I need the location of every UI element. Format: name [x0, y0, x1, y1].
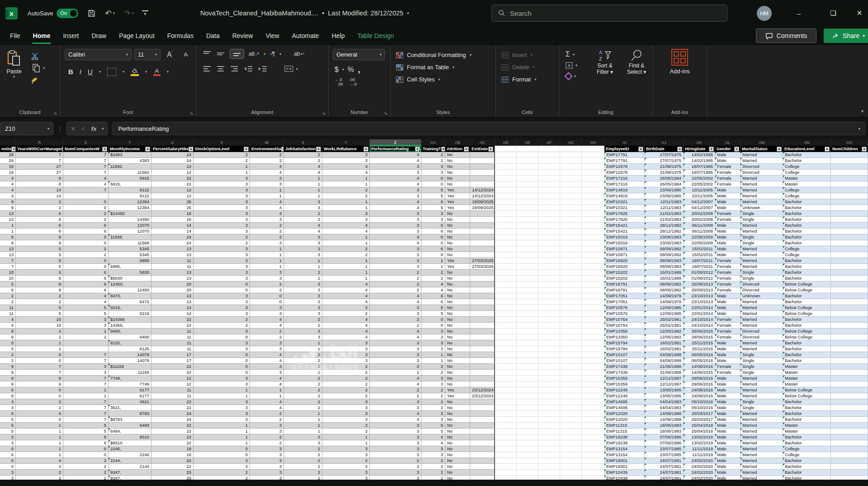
table-header-numchildren[interactable]: NumChildren▾ [831, 146, 868, 152]
cell[interactable] [517, 193, 538, 199]
cell[interactable] [831, 434, 868, 440]
cell[interactable]: 7 [63, 352, 108, 358]
cell[interactable]: No [445, 364, 470, 370]
minimize-button[interactable]: – [788, 0, 809, 26]
cell[interactable]: 2 [193, 234, 250, 240]
cell[interactable] [582, 334, 604, 340]
cell[interactable] [517, 334, 538, 340]
cell[interactable]: 3621 [108, 399, 151, 405]
cell[interactable]: 9400 [108, 334, 151, 340]
cell[interactable]: EMP12020 [604, 417, 645, 423]
cell[interactable] [517, 311, 538, 317]
cell[interactable] [582, 299, 604, 305]
cell[interactable] [470, 252, 495, 258]
cell[interactable]: 2 [193, 476, 250, 480]
cell[interactable]: 24 [151, 158, 193, 164]
cell[interactable] [470, 229, 495, 234]
cell[interactable]: 3 [370, 223, 421, 229]
orientation-chevron-icon[interactable]: ▾ [264, 52, 265, 56]
cell[interactable] [495, 323, 517, 329]
cell[interactable]: 1 [250, 258, 284, 264]
cell[interactable]: Yes [445, 199, 470, 205]
cell[interactable]: 3 [370, 311, 421, 317]
cell[interactable]: 6494 [108, 423, 151, 429]
cell[interactable]: No [445, 323, 470, 329]
cell[interactable]: 2 [421, 387, 445, 393]
cell[interactable]: 3 [193, 346, 250, 352]
formula-bar-expand-icon[interactable]: ▾ [859, 127, 860, 131]
align-left-icon[interactable] [203, 65, 212, 72]
cell[interactable]: 14 [151, 305, 193, 311]
cell[interactable]: 21/06/1988 [645, 370, 684, 376]
cell[interactable]: $8510 [108, 440, 151, 446]
cell[interactable]: 25/04/2018 [684, 423, 715, 429]
cell[interactable]: Male [715, 476, 741, 480]
cell[interactable]: 2 [63, 476, 108, 480]
column-letter-W[interactable]: W [250, 139, 284, 146]
cell[interactable]: 10/11/2005 [684, 187, 715, 193]
cell[interactable]: 12/11/1983 [645, 205, 684, 211]
cell[interactable]: 2 [421, 158, 445, 164]
cell[interactable]: EMP17825 [604, 211, 645, 217]
cell[interactable]: 3 [250, 240, 284, 246]
cell[interactable]: 3 [250, 311, 284, 317]
cell[interactable]: 8 [0, 240, 16, 246]
cell[interactable]: 1 [193, 170, 250, 176]
cell[interactable]: 1 [63, 329, 108, 334]
decrease-indent-icon[interactable] [243, 65, 253, 72]
cell[interactable]: 3 [370, 187, 421, 193]
cell[interactable]: Male [715, 423, 741, 429]
cell[interactable] [538, 470, 560, 476]
cell[interactable] [582, 470, 604, 476]
tab-insert[interactable]: Insert [57, 26, 85, 45]
cell[interactable]: 6177 [108, 393, 151, 399]
cell[interactable]: Female [715, 329, 741, 334]
cell[interactable]: 12394 [108, 205, 151, 211]
cell[interactable] [831, 452, 868, 458]
cell[interactable]: 12 [151, 164, 193, 170]
cell[interactable]: No [445, 317, 470, 323]
cell[interactable]: 11568, [108, 234, 151, 240]
cell[interactable] [538, 229, 560, 234]
cell[interactable]: 3 [0, 440, 16, 446]
cell[interactable]: 18/07/1995 [684, 164, 715, 170]
cell[interactable] [582, 158, 604, 164]
cell[interactable] [582, 434, 604, 440]
cell[interactable]: 3 [284, 281, 322, 287]
cell[interactable] [517, 364, 538, 370]
cell[interactable]: Female [715, 281, 741, 287]
cell[interactable] [538, 311, 560, 317]
cell[interactable] [495, 376, 517, 381]
cell[interactable]: 6 [63, 229, 108, 234]
cell[interactable]: 20 [151, 281, 193, 287]
cell[interactable]: 09/09/1982 [645, 252, 684, 258]
search-input[interactable]: Search [491, 5, 727, 22]
cell[interactable] [495, 417, 517, 423]
cell[interactable] [831, 317, 868, 323]
cell[interactable]: 25 [151, 199, 193, 205]
cell[interactable] [831, 211, 868, 217]
cell[interactable] [495, 464, 517, 470]
increase-font-button[interactable]: Aˆ [163, 51, 177, 59]
table-header-notio[interactable]: notio▾ [0, 146, 16, 152]
cell[interactable]: 9 [0, 381, 16, 387]
cell[interactable]: Single [741, 364, 783, 370]
cell[interactable]: 1 [284, 264, 322, 270]
cell[interactable]: Married [741, 152, 783, 158]
cell[interactable]: No [445, 458, 470, 464]
cell[interactable]: Master [783, 429, 831, 434]
cell[interactable]: 3 [370, 446, 421, 452]
cell[interactable]: 14450 [108, 217, 151, 223]
cell[interactable]: 2 [370, 317, 421, 323]
cell[interactable]: EMP10764 [604, 317, 645, 323]
cell[interactable]: Bachelor [783, 411, 831, 417]
cell[interactable]: 3 [421, 217, 445, 223]
cell[interactable]: 19 [0, 170, 16, 176]
cell[interactable]: Male [715, 152, 741, 158]
cell[interactable]: Married [741, 258, 783, 264]
cell[interactable]: 19/09/2025 [470, 205, 495, 211]
cell[interactable]: 3 [250, 364, 284, 370]
cell[interactable]: 4 [0, 317, 16, 323]
cell[interactable] [560, 434, 582, 440]
cell[interactable]: 14/06/2016 [684, 370, 715, 376]
